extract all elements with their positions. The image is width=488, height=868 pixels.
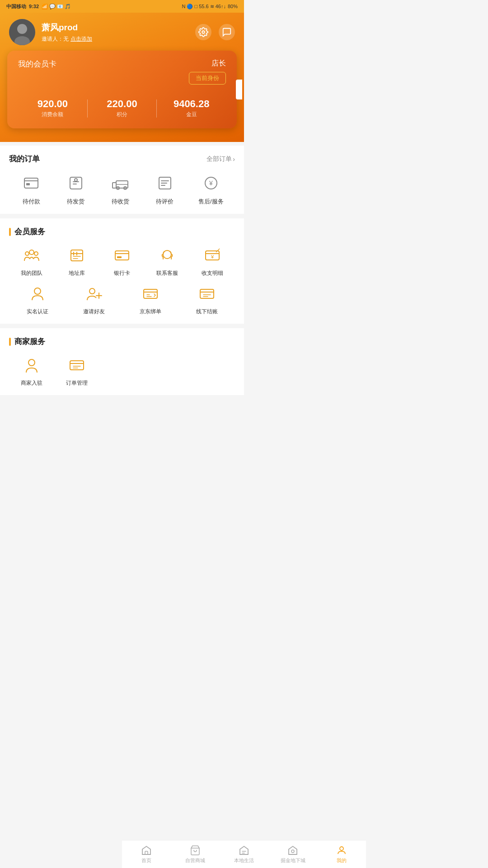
service-offline[interactable]: 线下结账 — [178, 283, 235, 316]
jd-icon — [141, 285, 160, 303]
card-title: 我的会员卡 — [18, 59, 56, 69]
profile-actions — [195, 24, 235, 40]
card-side-tab — [236, 80, 242, 99]
stat-points: 220.00 积分 — [88, 98, 157, 118]
invite-label: 邀请人：无 — [42, 35, 69, 43]
avatar[interactable] — [9, 19, 35, 45]
offline-icon-wrap — [197, 283, 217, 304]
profile-name: 萧风prod — [42, 22, 92, 33]
points-value: 220.00 — [107, 98, 137, 110]
service-address[interactable]: 地址库 — [54, 245, 99, 277]
time-text: 9:32 — [29, 4, 39, 9]
finance-icon-wrap: ¥ — [202, 245, 223, 266]
merchant-section-bar — [9, 338, 11, 346]
service-order-mgr[interactable]: 订单管理 — [54, 355, 99, 387]
jd-icon-wrap — [140, 283, 161, 304]
card-right: 店长 当前身份 — [189, 59, 226, 85]
invite-icon — [85, 285, 103, 303]
gold-label: 金豆 — [186, 111, 197, 118]
card-badge[interactable]: 当前身份 — [189, 72, 226, 85]
member-services-title: 会员服务 — [9, 226, 235, 237]
status-left: 中国移动 9:32 📶 💬 📧 🎵 — [6, 3, 71, 10]
pending-receive-icon — [112, 175, 129, 192]
svg-rect-30 — [70, 361, 84, 370]
invite-link[interactable]: 点击添加 — [70, 35, 92, 43]
order-item-pending-ship[interactable]: 待发货 — [65, 172, 87, 206]
service-jd[interactable]: 京东绑单 — [122, 283, 178, 316]
team-label: 我的团队 — [21, 269, 42, 277]
points-label: 积分 — [117, 111, 127, 118]
team-icon — [23, 246, 41, 264]
svg-point-29 — [28, 359, 35, 366]
balance-label: 消费余额 — [42, 111, 63, 118]
service-support[interactable]: 联系客服 — [145, 245, 190, 277]
pending-review-icon-wrap — [154, 172, 176, 194]
member-services-row2: 实名认证 邀请好友 — [9, 283, 235, 316]
support-icon — [158, 246, 176, 264]
realname-icon-wrap — [27, 283, 48, 304]
message-button[interactable] — [219, 24, 235, 40]
realname-label: 实名认证 — [27, 308, 48, 316]
pending-payment-label: 待付款 — [23, 198, 40, 206]
aftersale-label: 售后/服务 — [198, 198, 224, 206]
team-icon-wrap — [21, 245, 42, 266]
service-bank[interactable]: 银行卡 — [99, 245, 145, 277]
member-card: 我的会员卡 店长 当前身份 920.00 消费余额 220.00 积分 9406… — [7, 51, 237, 128]
svg-rect-4 — [24, 178, 38, 188]
order-mgr-icon-wrap — [66, 355, 87, 376]
bank-icon — [113, 246, 131, 264]
order-item-aftersale[interactable]: ¥ 售后/服务 — [198, 172, 224, 206]
order-item-pending-review[interactable]: 待评价 — [154, 172, 176, 206]
svg-rect-27 — [144, 289, 157, 298]
bank-label: 银行卡 — [114, 269, 130, 277]
service-team[interactable]: 我的团队 — [9, 245, 54, 277]
finance-label: 收支明细 — [202, 269, 223, 277]
svg-text:¥: ¥ — [209, 179, 213, 187]
pending-ship-label: 待发货 — [67, 198, 84, 206]
svg-rect-7 — [113, 183, 116, 188]
member-services-label: 会员服务 — [14, 226, 45, 237]
service-realname[interactable]: 实名认证 — [9, 283, 66, 316]
svg-rect-18 — [115, 251, 129, 260]
profile-invite-row: 邀请人：无 点击添加 — [42, 35, 92, 43]
merchant-services-title: 商家服务 — [9, 336, 235, 347]
orders-title: 我的订单 — [9, 154, 40, 164]
merchant-join-icon — [23, 356, 41, 374]
service-finance[interactable]: ¥ 收支明细 — [190, 245, 235, 277]
bank-icon-wrap — [112, 245, 132, 266]
card-top: 我的会员卡 店长 当前身份 — [18, 59, 226, 85]
svg-rect-19 — [117, 256, 122, 258]
merchant-services-label: 商家服务 — [14, 336, 45, 347]
address-label: 地址库 — [69, 269, 85, 277]
service-invite[interactable]: 邀请好友 — [66, 283, 122, 316]
order-mgr-label: 订单管理 — [66, 379, 88, 387]
pending-receive-icon-wrap — [109, 172, 131, 194]
offline-icon — [198, 285, 216, 303]
profile-row: 萧风prod 邀请人：无 点击添加 — [0, 13, 244, 51]
support-icon-wrap — [157, 245, 178, 266]
pending-review-icon — [156, 175, 174, 192]
pending-payment-icon-wrap — [20, 172, 42, 194]
merchant-services-row: 商家入驻 订单管理 — [9, 355, 235, 387]
svg-point-1 — [17, 24, 27, 34]
svg-rect-5 — [26, 183, 30, 185]
status-bar: 中国移动 9:32 📶 💬 📧 🎵 N 🔵 □ 55.6 ≋ 46↑↓ 80% — [0, 0, 244, 13]
order-item-pending-payment[interactable]: 待付款 — [20, 172, 42, 206]
orders-all-link[interactable]: 全部订单 › — [206, 155, 235, 163]
svg-point-3 — [202, 31, 205, 33]
offline-label: 线下结账 — [196, 308, 218, 316]
order-item-pending-receive[interactable]: 待收货 — [109, 172, 131, 206]
status-icons: 📶 💬 📧 🎵 — [42, 4, 71, 9]
finance-icon: ¥ — [203, 246, 221, 264]
svg-point-23 — [34, 288, 41, 294]
balance-value: 920.00 — [38, 98, 68, 110]
service-merchant-join[interactable]: 商家入驻 — [9, 355, 54, 387]
profile-left: 萧风prod 邀请人：无 点击添加 — [9, 19, 92, 45]
svg-rect-28 — [200, 289, 214, 298]
battery-text: 80% — [228, 4, 238, 9]
settings-button[interactable] — [195, 24, 211, 40]
invite-label: 邀请好友 — [83, 308, 105, 316]
jd-label: 京东绑单 — [140, 308, 161, 316]
pending-payment-icon — [23, 175, 40, 192]
realname-icon — [28, 285, 47, 303]
